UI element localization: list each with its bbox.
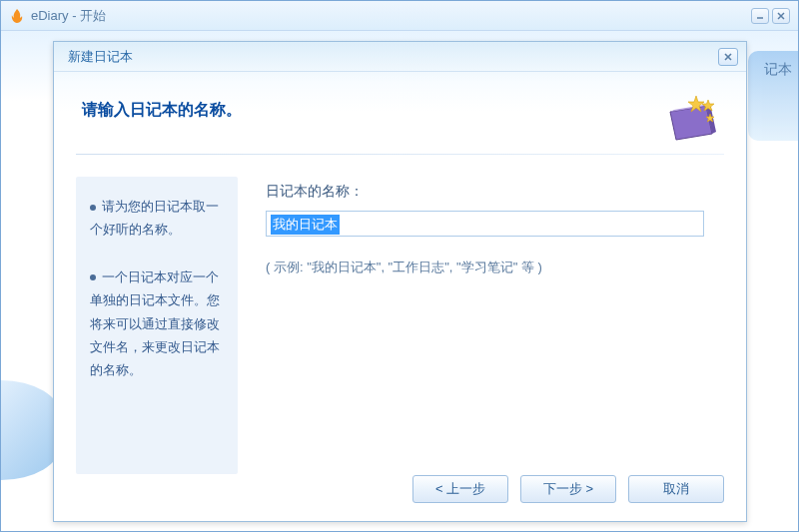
main-titlebar: eDiary - 开始 [1, 1, 798, 31]
background-side-panel: 记本 [748, 51, 798, 141]
dialog-header: 请输入日记本的名称。 [54, 72, 746, 154]
main-window: eDiary - 开始 记本 新建日记本 请输入日记本的名称。 [0, 0, 799, 532]
dialog-body: 请为您的日记本取一个好听的名称。 一个日记本对应一个单独的日记本文件。您将来可以… [54, 155, 746, 484]
diary-name-example: ( 示例: "我的日记本", "工作日志", "学习笔记" 等 ) [266, 259, 704, 276]
background-side-text: 记本 [764, 61, 792, 77]
window-controls [751, 8, 790, 24]
sidebar-tip-2-text: 一个日记本对应一个单独的日记本文件。您将来可以通过直接修改文件名，来更改日记本的… [90, 269, 220, 378]
close-button[interactable] [772, 8, 790, 24]
cancel-button[interactable]: 取消 [628, 475, 724, 503]
new-diary-dialog: 新建日记本 请输入日记本的名称。 请为您的日记 [53, 41, 747, 522]
dialog-title: 新建日记本 [68, 48, 133, 66]
prev-button[interactable]: < 上一步 [412, 475, 508, 503]
bullet-icon [90, 205, 96, 211]
dialog-titlebar: 新建日记本 [54, 42, 746, 72]
sidebar-tip-2: 一个日记本对应一个单独的日记本文件。您将来可以通过直接修改文件名，来更改日记本的… [90, 266, 224, 382]
sidebar-tip-1: 请为您的日记本取一个好听的名称。 [90, 195, 224, 242]
next-button[interactable]: 下一步 > [520, 475, 616, 503]
dialog-sidebar: 请为您的日记本取一个好听的名称。 一个日记本对应一个单独的日记本文件。您将来可以… [76, 177, 238, 474]
diary-name-input[interactable]: 我的日记本 [266, 211, 704, 237]
dialog-button-row: < 上一步 下一步 > 取消 [412, 475, 724, 503]
sidebar-tip-1-text: 请为您的日记本取一个好听的名称。 [90, 199, 219, 237]
background-swirl [1, 380, 61, 480]
diary-name-value: 我的日记本 [271, 215, 340, 235]
app-flame-icon [9, 8, 25, 24]
dialog-close-button[interactable] [718, 48, 738, 66]
diary-book-icon [662, 94, 718, 144]
minimize-button[interactable] [751, 8, 769, 24]
diary-name-label: 日记本的名称： [266, 183, 704, 201]
form-area: 日记本的名称： 我的日记本 ( 示例: "我的日记本", "工作日志", "学习… [238, 177, 724, 474]
bullet-icon [90, 274, 96, 280]
dialog-header-text: 请输入日记本的名称。 [82, 94, 662, 121]
app-title: eDiary - 开始 [31, 7, 751, 25]
